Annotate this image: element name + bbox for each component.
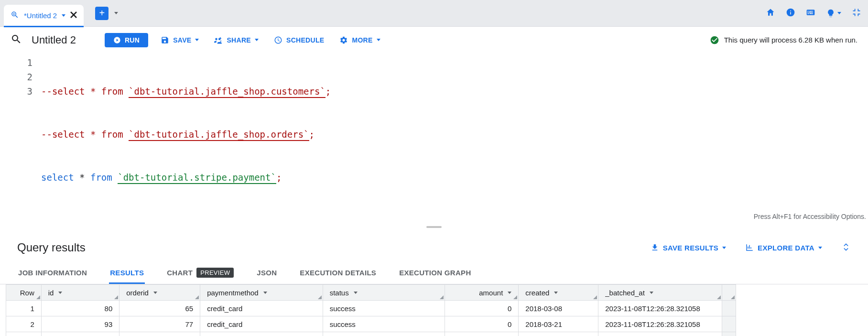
chart-icon (745, 243, 754, 252)
resize-handle[interactable] (318, 295, 322, 299)
cell-paymentmethod: bank_transfer (200, 332, 323, 336)
result-tabs: JOB INFORMATION RESULTS CHARTPREVIEW JSO… (0, 259, 868, 284)
cell-orderid: 9 (119, 332, 200, 336)
save-results-button[interactable]: SAVE RESULTS (651, 243, 726, 252)
chevron-down-icon (195, 39, 199, 41)
resize-handle[interactable] (593, 295, 597, 299)
line-gutter: 1 2 3 (0, 55, 41, 213)
col-paymentmethod[interactable]: paymentmethod (200, 285, 323, 301)
chevron-down-icon (354, 292, 358, 294)
keyboard-icon[interactable] (806, 8, 815, 19)
code-line: --select * from `dbt-tutorial.jaffle_sho… (41, 84, 868, 98)
top-right-icons (766, 8, 861, 19)
col-row[interactable]: Row (6, 285, 42, 301)
query-title: Untitled 2 (32, 34, 76, 46)
scrollbar[interactable] (722, 285, 736, 301)
clock-icon (274, 36, 282, 44)
table-row[interactable]: 3119bank_transfersuccess02018-01-122023-… (6, 332, 736, 336)
resize-handle[interactable] (717, 295, 721, 299)
download-icon (651, 243, 659, 252)
col-batched-at[interactable]: _batched_at (598, 285, 722, 301)
cell-row: 2 (6, 316, 42, 332)
scrollbar[interactable] (722, 332, 736, 336)
save-button[interactable]: SAVE (158, 36, 202, 44)
share-button[interactable]: SHARE (211, 36, 261, 44)
collapse-icon[interactable] (852, 8, 861, 19)
chevron-down-icon (377, 39, 380, 41)
tab-job-information[interactable]: JOB INFORMATION (17, 263, 88, 284)
cell-status: success (323, 301, 445, 316)
query-icon (11, 11, 19, 21)
cell-row: 1 (6, 301, 42, 316)
expand-icon[interactable] (841, 242, 851, 253)
explore-data-button[interactable]: EXPLORE DATA (745, 243, 822, 252)
cell-id: 80 (41, 301, 119, 316)
line-number: 3 (0, 84, 33, 98)
tab-chart[interactable]: CHARTPREVIEW (166, 263, 235, 284)
more-button[interactable]: MORE (336, 36, 383, 44)
line-number: 2 (0, 70, 33, 84)
cell-paymentmethod: credit_card (200, 301, 323, 316)
chevron-down-icon (58, 292, 62, 294)
run-button[interactable]: RUN (105, 33, 148, 47)
query-icon (11, 33, 22, 46)
new-tab-button[interactable]: + (95, 7, 108, 20)
chevron-down-icon (818, 247, 822, 249)
cell-id: 93 (41, 316, 119, 332)
cell-paymentmethod: credit_card (200, 316, 323, 332)
cell-id: 11 (41, 332, 119, 336)
share-icon (214, 36, 223, 44)
cell-status: success (323, 332, 445, 336)
sql-editor[interactable]: 1 2 3 --select * from `dbt-tutorial.jaff… (0, 54, 868, 215)
resize-handle[interactable] (114, 295, 118, 299)
col-status[interactable]: status (323, 285, 445, 301)
code-area[interactable]: --select * from `dbt-tutorial.jaffle_sho… (41, 55, 868, 213)
resize-handle[interactable] (440, 295, 444, 299)
col-created[interactable]: created (519, 285, 598, 301)
col-amount[interactable]: amount (445, 285, 519, 301)
table-row[interactable]: 18065credit_cardsuccess02018-03-082023-1… (6, 301, 736, 316)
resize-handle[interactable] (195, 295, 199, 299)
tab-title: *Untitled 2 (24, 11, 57, 20)
cell-row: 3 (6, 332, 42, 336)
check-circle-icon (710, 35, 719, 45)
resize-handle[interactable] (513, 295, 517, 299)
resize-handle[interactable] (731, 295, 735, 299)
chevron-down-icon (837, 12, 841, 14)
close-tab-button[interactable] (70, 11, 77, 20)
new-tab-dropdown-icon[interactable] (114, 12, 118, 14)
query-toolbar: Untitled 2 RUN SAVE SHARE SCHEDULE MORE … (0, 27, 868, 54)
drag-handle[interactable] (0, 222, 868, 232)
scrollbar[interactable] (722, 316, 736, 332)
chevron-down-icon (722, 247, 726, 249)
lightbulb-button[interactable] (826, 9, 841, 18)
tab-dropdown-icon[interactable] (62, 14, 65, 17)
info-icon[interactable] (786, 8, 795, 19)
col-id[interactable]: id (41, 285, 119, 301)
col-orderid[interactable]: orderid (119, 285, 200, 301)
cell-created: 2018-03-08 (519, 301, 598, 316)
run-label: RUN (125, 36, 140, 44)
preview-badge: PREVIEW (196, 268, 234, 278)
schedule-button[interactable]: SCHEDULE (271, 36, 327, 44)
svg-point-0 (13, 13, 15, 15)
chevron-down-icon (255, 39, 259, 41)
resize-handle[interactable] (36, 295, 40, 299)
tab-execution-graph[interactable]: EXECUTION GRAPH (398, 263, 472, 284)
code-line: --select * from `dbt-tutorial.jaffle_sho… (41, 127, 868, 141)
editor-tab[interactable]: *Untitled 2 (4, 5, 84, 27)
cell-amount: 0 (445, 301, 519, 316)
accessibility-hint: Press Alt+F1 for Accessibility Options. (754, 209, 866, 224)
scrollbar[interactable] (722, 301, 736, 316)
results-header: Query results SAVE RESULTS EXPLORE DATA (0, 232, 868, 259)
tab-results[interactable]: RESULTS (109, 263, 145, 284)
cell-created: 2018-03-21 (519, 316, 598, 332)
tab-execution-details[interactable]: EXECUTION DETAILS (299, 263, 377, 284)
gear-icon (339, 36, 348, 44)
home-icon[interactable] (766, 8, 775, 19)
tab-json[interactable]: JSON (256, 263, 278, 284)
table-row[interactable]: 29377credit_cardsuccess02018-03-212023-1… (6, 316, 736, 332)
save-icon (161, 36, 169, 44)
cell-amount: 0 (445, 332, 519, 336)
cell-batched: 2023-11-08T12:26:28.321058 (598, 301, 722, 316)
